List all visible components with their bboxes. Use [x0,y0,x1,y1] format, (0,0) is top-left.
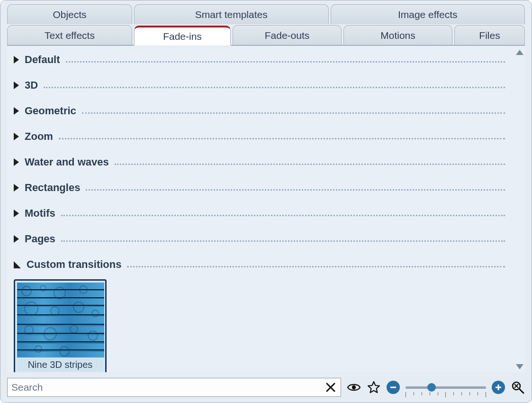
leader-dots [115,164,505,165]
category-list: Default 3D Geometric Zoom Water and wave [7,47,514,372]
category-label: Rectangles [25,182,80,194]
tab-motions[interactable]: Motions [343,25,452,45]
leader-dots [82,112,505,114]
svg-point-6 [73,302,84,312]
svg-point-9 [44,328,56,340]
category-label: 3D [25,79,38,92]
chevron-right-icon [14,133,19,140]
svg-point-0 [22,286,31,296]
category-default[interactable]: Default [14,54,505,66]
tab-label: Motions [380,30,415,41]
svg-point-7 [92,310,99,317]
leader-dots [61,240,505,242]
tab-label: Objects [53,9,86,20]
tab-row-2: Text effects Fade-ins Fade-outs Motions … [7,25,525,46]
scroll-up-icon[interactable] [516,50,523,55]
clear-search-button[interactable] [324,380,338,394]
footer-toolbar [7,376,525,399]
search-box[interactable] [7,378,341,397]
category-custom-transitions[interactable]: Custom transitions [14,258,505,271]
svg-point-12 [35,346,42,352]
tab-container: Objects Smart templates Image effects Te… [0,0,532,46]
category-label: Motifs [25,207,55,220]
tab-smart-templates[interactable]: Smart templates [134,4,329,24]
category-pages[interactable]: Pages [14,233,505,245]
category-motifs[interactable]: Motifs [14,207,505,220]
tab-row-1: Objects Smart templates Image effects [7,4,525,25]
zoom-slider[interactable] [406,379,486,395]
category-water-and-waves[interactable]: Water and waves [14,156,505,168]
category-label: Custom transitions [27,258,121,271]
vertical-scrollbar[interactable] [514,47,525,372]
chevron-right-icon [14,158,19,166]
chevron-right-icon [14,82,19,89]
chevron-right-icon [14,184,19,192]
favorite-button[interactable] [367,380,381,394]
thumbnail-preview [17,283,104,357]
leader-dots [66,61,505,63]
category-label: Water and waves [25,156,109,168]
svg-line-19 [519,389,523,393]
svg-point-11 [88,331,98,340]
zoom-out-button[interactable] [387,381,400,394]
svg-point-3 [80,286,87,293]
thumbnail-row: Nine 3D stripes [14,279,505,372]
category-rectangles[interactable]: Rectangles [14,182,505,194]
leader-dots [59,138,505,139]
magnifier-reset-icon [511,380,525,394]
transition-thumbnail[interactable]: Nine 3D stripes [14,279,107,372]
tab-label: Text effects [45,30,95,41]
slider-ticks [406,392,486,397]
tab-files[interactable]: Files [454,25,525,45]
content-area: Default 3D Geometric Zoom Water and wave [7,47,525,372]
tab-image-effects[interactable]: Image effects [331,4,525,24]
preview-button[interactable] [347,380,361,394]
svg-rect-17 [498,385,499,390]
tab-label: Fade-ins [163,31,202,42]
tab-label: Image effects [398,9,458,20]
chevron-right-icon [14,107,19,115]
tab-text-effects[interactable]: Text effects [7,25,132,45]
category-3d[interactable]: 3D [14,79,505,92]
star-icon [367,381,380,394]
thumbnail-caption: Nine 3D stripes [17,357,103,371]
tab-fade-outs[interactable]: Fade-outs [233,25,342,45]
eye-icon [347,380,361,394]
scroll-down-icon[interactable] [516,364,523,369]
tab-fade-ins[interactable]: Fade-ins [134,26,231,46]
svg-rect-15 [390,387,396,388]
slider-track [406,386,486,389]
tab-objects[interactable]: Objects [7,4,132,24]
svg-point-1 [40,285,46,291]
minus-icon [389,384,397,391]
chevron-right-icon [14,56,19,64]
close-icon [325,382,336,393]
category-zoom[interactable]: Zoom [14,130,505,143]
toolbox-panel: Objects Smart templates Image effects Te… [0,0,532,403]
svg-point-13 [60,347,69,356]
svg-point-8 [25,326,33,334]
chevron-right-icon [14,235,19,243]
leader-dots [86,189,505,191]
category-label: Pages [25,233,55,245]
svg-point-10 [70,325,78,333]
tab-label: Fade-outs [265,30,310,41]
chevron-right-icon [14,210,19,217]
search-input[interactable] [11,382,324,393]
svg-point-4 [25,302,38,315]
svg-point-14 [352,385,356,389]
plus-icon [495,384,502,391]
leader-dots [127,266,505,267]
chevron-down-icon [14,261,21,268]
slider-knob[interactable] [427,383,436,392]
reset-zoom-button[interactable] [511,380,525,394]
tab-label: Files [479,30,500,41]
category-geometric[interactable]: Geometric [14,105,505,117]
category-label: Geometric [25,105,76,117]
leader-dots [44,87,505,88]
svg-point-2 [54,287,65,299]
leader-dots [61,215,505,216]
category-label: Default [25,54,60,66]
category-label: Zoom [25,130,53,143]
zoom-in-button[interactable] [492,381,505,394]
